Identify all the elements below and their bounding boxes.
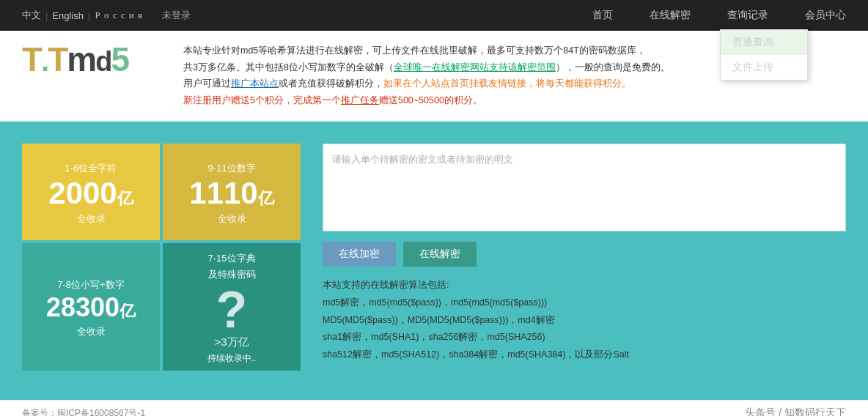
- header-line4: 新注册用户赠送5个积分，完成第一个推广任务赠送500~50500的积分。: [183, 92, 846, 109]
- separator2: |: [88, 10, 90, 21]
- stats-grid: 1-6位全字符 2000 亿 全收录 9-11位数字 1110 亿 全收录 7-…: [22, 144, 301, 371]
- stat2-number: 1110: [189, 178, 257, 209]
- query-dropdown: 普通查询 文件上传: [720, 29, 808, 81]
- stat1-unit: 亿: [117, 187, 133, 209]
- encrypt-button[interactable]: 在线加密: [323, 242, 396, 267]
- main-content: 1-6位全字符 2000 亿 全收录 9-11位数字 1110 亿 全收录 7-…: [0, 122, 868, 400]
- decrypt-button[interactable]: 在线解密: [403, 242, 477, 267]
- stat-cell-1: 1-6位全字符 2000 亿 全收录: [22, 144, 160, 240]
- lang-zh[interactable]: 中文: [22, 9, 41, 22]
- footer-brand: 头条号 / 知数码行天下: [745, 406, 846, 416]
- stat4-sub2: 持续收录中..: [207, 352, 257, 365]
- language-switcher: 中文 | English | Р о с с и я 未登录: [22, 9, 191, 22]
- stat2-sub: 全收录: [218, 212, 246, 226]
- lang-ru[interactable]: Р о с с и я: [95, 10, 142, 21]
- stat2-number-row: 1110 亿: [189, 178, 273, 209]
- algo-title: 本站支持的在线解密算法包括:: [323, 277, 846, 294]
- stat3-unit: 亿: [119, 300, 136, 322]
- stat3-number-row: 28300 亿: [46, 294, 136, 322]
- stat4-sub1: >3万亿: [214, 335, 249, 349]
- algo-line2: MD5(MD5($pass))，MD5(MD5(MD5($pass)))，md4…: [323, 312, 846, 330]
- stat-cell-3: 7-8位小写+数字 28300 亿 全收录: [22, 243, 160, 371]
- stat2-unit: 亿: [258, 187, 274, 209]
- nav-query[interactable]: 查询记录: [727, 9, 768, 21]
- stat4-label-top: 7-15位字典: [207, 252, 255, 265]
- stat1-sub: 全收录: [77, 212, 106, 226]
- top-navigation: 中文 | English | Р о с с и я 未登录 首页 在线解密 查…: [0, 0, 868, 31]
- action-buttons: 在线加密 在线解密: [323, 242, 846, 267]
- main-navigation: 首页 在线解密 查询记录 普通查询 文件上传 会员中心: [592, 9, 846, 22]
- algo-line1: md5解密，md5(md5($pass))，md5(md5(md5($pass)…: [323, 294, 846, 312]
- global-decrypt-link[interactable]: 全球唯一在线解密网站支持该解密范围: [394, 62, 556, 73]
- stat3-sub: 全收录: [77, 325, 106, 338]
- lang-en[interactable]: English: [52, 10, 84, 21]
- stat1-number-row: 2000 亿: [48, 178, 133, 209]
- stat3-number: 28300: [46, 294, 119, 321]
- stat-cell-2: 9-11位数字 1110 亿 全收录: [163, 144, 301, 240]
- stat1-number: 2000: [48, 178, 117, 209]
- dropdown-normal-query[interactable]: 普通查询: [721, 30, 807, 55]
- stat3-label: 7-8位小写+数字: [57, 278, 124, 291]
- dropdown-file-upload[interactable]: 文件上传: [721, 55, 807, 80]
- decrypt-input[interactable]: [323, 144, 846, 231]
- algo-line3: sha1解密，md5(SHA1)，sha256解密，md5(SHA256): [323, 329, 846, 346]
- stat2-label: 9-11位数字: [207, 162, 255, 175]
- logo-text: T.Tmd5: [22, 42, 128, 76]
- site-footer: 备案号：闽ICP备16008567号-1 头条号 / 知数码行天下: [0, 400, 868, 416]
- site-logo: T.Tmd5: [22, 42, 161, 76]
- promote-link[interactable]: 推广本站点: [231, 78, 279, 89]
- stat-cell-4: 7-15位字典 及特殊密码 ? >3万亿 持续收录中..: [163, 243, 301, 371]
- algorithm-info: 本站支持的在线解密算法包括: md5解密，md5(md5($pass))，md5…: [323, 277, 846, 364]
- nav-decrypt-online[interactable]: 在线解密: [650, 9, 691, 22]
- task-link[interactable]: 推广任务: [341, 95, 379, 105]
- stat1-label: 1-6位全字符: [65, 162, 117, 175]
- stat4-label-top2: 及特殊密码: [208, 268, 256, 281]
- right-panel: 在线加密 在线解密 本站支持的在线解密算法包括: md5解密，md5(md5($…: [323, 144, 846, 385]
- nav-home[interactable]: 首页: [592, 9, 613, 22]
- icp-badge: 备案号：闽ICP备16008567号-1: [22, 407, 145, 417]
- algo-line4: sha512解密，md5(SHA512)，sha384解密，md5(SHA384…: [323, 346, 846, 364]
- nav-member[interactable]: 会员中心: [805, 9, 846, 22]
- nav-query-container: 查询记录 普通查询 文件上传: [727, 9, 768, 22]
- separator1: |: [45, 10, 48, 21]
- stat4-question: ?: [216, 284, 248, 335]
- login-status[interactable]: 未登录: [162, 9, 191, 22]
